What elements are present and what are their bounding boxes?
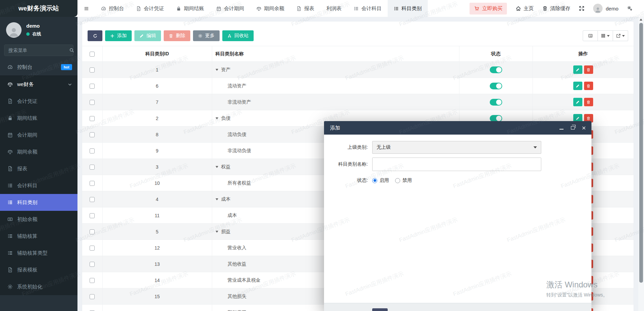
- more-button[interactable]: 更多: [193, 30, 220, 41]
- row-checkbox[interactable]: [90, 181, 95, 186]
- sidebar-toggle-button[interactable]: [77, 0, 95, 17]
- row-checkbox[interactable]: [90, 278, 95, 283]
- sidebar-item-period-closing[interactable]: 期间结账: [0, 110, 77, 126]
- sidebar-group-finance[interactable]: we财务: [0, 76, 77, 93]
- row-edit-button[interactable]: [573, 98, 582, 106]
- row-delete-button[interactable]: [584, 98, 593, 106]
- scrollbar-thumb[interactable]: [639, 23, 643, 283]
- cogs-icon: [627, 6, 633, 11]
- caret-down-icon[interactable]: [216, 166, 218, 168]
- tab-vouchers[interactable]: 会计凭证: [130, 0, 170, 17]
- parent-category-select[interactable]: 无上级: [372, 141, 541, 154]
- status-toggle[interactable]: [490, 83, 502, 89]
- add-dialog: 添加 上级类别: 无上级 科目类别名称: 状态: 启用 禁用: [324, 121, 591, 311]
- sidebar-item-report-templates[interactable]: 报表模板: [0, 261, 77, 278]
- dialog-header[interactable]: 添加: [324, 121, 591, 135]
- refresh-icon: [93, 34, 97, 38]
- toggle-view-button[interactable]: [583, 30, 598, 41]
- caret-down-icon[interactable]: [216, 69, 218, 71]
- navbar-right: 立即购买 主页 清除缓存 demo: [470, 0, 644, 17]
- sidebar-item-vouchers[interactable]: 会计凭证: [0, 93, 77, 110]
- status-toggle[interactable]: [490, 66, 502, 73]
- tab-period-balance[interactable]: 期间余额: [250, 0, 290, 17]
- tab-profit-statement[interactable]: 利润表: [320, 0, 348, 17]
- sidebar-item-initial-balance[interactable]: 初始余额: [0, 211, 77, 228]
- row-checkbox[interactable]: [90, 213, 95, 218]
- home-link[interactable]: 主页: [516, 5, 534, 12]
- caret-down-icon[interactable]: [216, 231, 218, 233]
- sidebar-item-system-init[interactable]: 系统初始化: [0, 278, 77, 295]
- scroll-up-arrow-icon[interactable]: [640, 19, 642, 21]
- status-label: 状态:: [324, 177, 368, 183]
- row-checkbox[interactable]: [90, 294, 95, 299]
- row-checkbox[interactable]: [90, 100, 95, 105]
- minimize-button[interactable]: [559, 125, 564, 130]
- row-checkbox[interactable]: [90, 116, 95, 121]
- sidebar-item-reports[interactable]: 报表: [0, 160, 77, 177]
- settings-button[interactable]: [627, 6, 633, 11]
- row-checkbox[interactable]: [90, 197, 95, 202]
- balance-scale-icon: [7, 149, 13, 154]
- restore-icon: [571, 126, 575, 130]
- caret-down-icon[interactable]: [216, 117, 218, 119]
- row-checkbox[interactable]: [90, 229, 95, 234]
- gauge-icon: [101, 6, 106, 11]
- sidebar-item-accounting-period[interactable]: 会计期间: [0, 126, 77, 143]
- radio-enable[interactable]: 启用: [372, 177, 389, 183]
- restore-button[interactable]: [570, 125, 575, 130]
- columns-button[interactable]: [598, 30, 613, 41]
- tab-period-closing[interactable]: 期间结账: [170, 0, 210, 17]
- user-menu[interactable]: demo: [593, 4, 618, 13]
- row-checkbox[interactable]: [90, 148, 95, 153]
- confirm-button[interactable]: [372, 308, 388, 311]
- edit-button[interactable]: 编辑: [134, 30, 161, 41]
- online-dot-icon: [26, 32, 30, 36]
- row-delete-button[interactable]: [584, 82, 593, 90]
- row-checkbox[interactable]: [90, 165, 95, 170]
- delete-button[interactable]: 删除: [164, 30, 190, 41]
- tab-account-subjects[interactable]: 会计科目: [348, 0, 388, 17]
- home-icon: [516, 6, 521, 11]
- sidebar-item-dashboard[interactable]: 控制台 hot: [0, 59, 77, 76]
- row-checkbox[interactable]: [90, 262, 95, 267]
- caret-down-icon[interactable]: [216, 198, 218, 200]
- row-edit-button[interactable]: [573, 65, 582, 74]
- user-icon: [8, 26, 20, 38]
- refresh-button[interactable]: [88, 30, 102, 41]
- column-header-name: 科目类别名称: [212, 46, 459, 62]
- category-name-input[interactable]: [372, 158, 541, 171]
- caret-down-icon: [607, 35, 610, 37]
- status-toggle[interactable]: [490, 99, 502, 106]
- close-button[interactable]: [581, 125, 586, 130]
- export-button[interactable]: [613, 30, 628, 41]
- select-all-checkbox[interactable]: [90, 52, 95, 57]
- sidebar-item-auxiliary-types[interactable]: 辅助核算类型: [0, 245, 77, 261]
- file-icon: [136, 6, 141, 11]
- radio-disable[interactable]: 禁用: [395, 177, 412, 183]
- clear-cache-link[interactable]: 清除缓存: [542, 5, 570, 12]
- lock-icon: [7, 115, 13, 121]
- tab-dashboard[interactable]: 控制台: [95, 0, 130, 17]
- status-toggle[interactable]: [490, 115, 502, 122]
- recycle-bin-button[interactable]: 回收站: [222, 30, 254, 41]
- tab-reports[interactable]: 报表: [290, 0, 320, 17]
- row-edit-button[interactable]: [573, 82, 582, 90]
- tab-accounting-period[interactable]: 会计期间: [210, 0, 250, 17]
- page-scrollbar[interactable]: [638, 17, 644, 311]
- add-button[interactable]: 添加: [105, 30, 132, 41]
- sidebar-item-subject-categories[interactable]: 科目类别: [0, 194, 77, 211]
- row-delete-button[interactable]: [584, 65, 593, 74]
- row-checkbox[interactable]: [90, 67, 95, 73]
- row-checkbox[interactable]: [90, 84, 95, 89]
- row-checkbox[interactable]: [90, 246, 95, 251]
- grid-icon: [601, 33, 606, 38]
- sidebar-item-auxiliary-accounting[interactable]: 辅助核算: [0, 228, 77, 245]
- fullscreen-button[interactable]: [579, 6, 584, 11]
- sidebar-item-account-subjects[interactable]: 会计科目: [0, 177, 77, 194]
- tab-subject-categories[interactable]: 科目类别: [388, 0, 428, 17]
- sidebar-item-period-balance[interactable]: 期间余额: [0, 143, 77, 160]
- user-panel: demo 在线: [0, 17, 77, 41]
- row-checkbox[interactable]: [90, 132, 95, 137]
- menu-search-input[interactable]: [8, 48, 69, 53]
- buy-now-button[interactable]: 立即购买: [470, 3, 507, 15]
